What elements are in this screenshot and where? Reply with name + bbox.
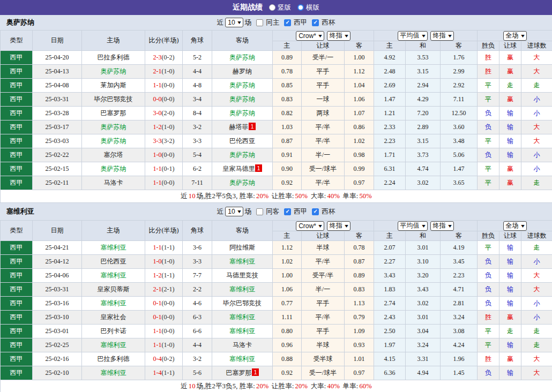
topbar: 近期战绩 竖版 横版 bbox=[0, 0, 552, 15]
result-cell: 胜 bbox=[478, 65, 499, 79]
final-odds-select-2[interactable]: 终指▾ bbox=[430, 221, 454, 231]
final-odds-select-2[interactable]: 终指▾ bbox=[430, 31, 454, 41]
home-team-cell: 巴拉多利德 bbox=[82, 51, 145, 65]
col-type: 类型 bbox=[1, 31, 33, 51]
handicap-result-cell: 走 bbox=[499, 79, 521, 93]
avg-away-cell: 1.47 bbox=[441, 162, 478, 176]
section-filterbar-osasuna: 奥萨苏纳 近 10 ▾ 场 ✓ 同主 ✓ 西甲 ✓ 西杯 bbox=[0, 15, 552, 30]
odds-handicap-cell: 平手 bbox=[302, 79, 345, 93]
odds-handicap-cell: 半/一 bbox=[302, 283, 345, 297]
league-checkbox[interactable]: ✓ bbox=[284, 19, 291, 26]
final-odds-select[interactable]: 终指▾ bbox=[327, 31, 350, 41]
date-cell: 25-04-20 bbox=[33, 51, 82, 65]
table-row: 西甲 25-02-11 马洛卡 1-1(0-0) 7-11 奥萨苏纳 0.92 … bbox=[1, 176, 552, 190]
corner-cell: 3-2 bbox=[183, 352, 212, 366]
page: 近期战绩 竖版 横版 奥萨苏纳 近 10 ▾ 场 ✓ 同主 ✓ 西甲 ✓ 西杯 bbox=[0, 0, 552, 392]
odds-away-cell: 1.00 bbox=[345, 51, 374, 65]
col-date: 日期 bbox=[33, 31, 82, 51]
odds-home-cell: 0.77 bbox=[273, 297, 302, 311]
avg-draw-cell: 3.04 bbox=[406, 325, 441, 338]
away-team-cell: 皇家马德里1 bbox=[212, 162, 273, 176]
score-cell: 2-3(0-2) bbox=[145, 51, 183, 65]
home-team-cell: 巴列卡诺 bbox=[82, 325, 145, 338]
checkmark-icon: ✓ bbox=[285, 209, 289, 214]
avg-draw-cell: 3.73 bbox=[406, 148, 441, 162]
avg-draw-cell: 3.53 bbox=[406, 51, 441, 65]
odds-handicap-cell: 半球 bbox=[302, 338, 345, 352]
score-cell: 1-4(1-1) bbox=[145, 366, 183, 380]
recent-count-select[interactable]: 10 ▾ bbox=[225, 207, 243, 216]
average-select[interactable]: 平均值▾ bbox=[398, 221, 428, 231]
handicap-result-cell: 输 bbox=[499, 297, 521, 311]
col-handicap-result: 让球 bbox=[499, 41, 521, 51]
avg-home-cell: 1.97 bbox=[374, 338, 406, 352]
odds-home-cell: 0.88 bbox=[273, 352, 302, 366]
date-cell: 25-02-16 bbox=[33, 352, 82, 366]
average-group-header: 平均值▾ 终指▾ bbox=[374, 221, 478, 231]
same-venue-checkbox[interactable]: ✓ bbox=[256, 19, 263, 26]
layout-vertical-option[interactable]: 竖版 bbox=[269, 3, 291, 12]
odds-handicap-cell: 平手 bbox=[302, 325, 345, 338]
table-row: 西甲 25-03-10 皇家社会 0-1(0-0) 6-3 塞维利亚 1.11 … bbox=[1, 311, 552, 325]
col-odds-handicap: 让球 bbox=[302, 231, 345, 241]
cup-checkbox[interactable]: ✓ bbox=[312, 208, 319, 215]
avg-draw-cell: 4.74 bbox=[406, 162, 441, 176]
final-odds-select[interactable]: 终指▾ bbox=[327, 221, 350, 231]
date-cell: 25-02-11 bbox=[33, 176, 82, 190]
vertical-radio-label: 竖版 bbox=[278, 3, 291, 12]
cup-checkbox[interactable]: ✓ bbox=[312, 19, 319, 26]
odds-source-select[interactable]: Crow*▾ bbox=[296, 31, 324, 41]
odds-handicap-cell: 两球 bbox=[302, 107, 345, 120]
team-name: 塞维利亚 bbox=[6, 207, 34, 216]
games-label: 场 bbox=[245, 207, 252, 216]
date-cell: 25-02-15 bbox=[33, 162, 82, 176]
score-cell: 1-1(0-0) bbox=[145, 79, 183, 93]
vertical-radio-icon[interactable] bbox=[269, 4, 275, 11]
league-type-cell: 西甲 bbox=[1, 107, 33, 120]
avg-home-cell: 6.31 bbox=[374, 162, 406, 176]
odds-home-cell: 1.00 bbox=[273, 269, 302, 283]
avg-draw-cell: 2.89 bbox=[406, 120, 441, 134]
league-type-cell: 西甲 bbox=[1, 93, 33, 107]
avg-away-cell: 4.24 bbox=[441, 338, 478, 352]
odds-home-cell: 0.92 bbox=[273, 366, 302, 380]
avg-draw-cell: 2.94 bbox=[406, 79, 441, 93]
odds-away-cell: 0.98 bbox=[345, 148, 374, 162]
horizontal-radio-icon[interactable] bbox=[297, 4, 304, 11]
odds-handicap-cell: 受一/球半 bbox=[302, 366, 345, 380]
home-team-cell: 奥萨苏纳 bbox=[82, 162, 145, 176]
league-label: 西甲 bbox=[294, 18, 307, 27]
league-checkbox[interactable]: ✓ bbox=[284, 208, 291, 215]
col-avg-home: 主 bbox=[374, 41, 406, 51]
odds-away-cell: 1.12 bbox=[345, 65, 374, 79]
fullmatch-select[interactable]: 全场▾ bbox=[503, 31, 527, 41]
away-team-cell: 赫罗纳 bbox=[212, 65, 273, 79]
table-row: 西甲 25-03-17 奥萨苏纳 1-2(1-0) 3-2 赫塔菲1 1.03 … bbox=[1, 120, 552, 134]
avg-draw-cell: 4.29 bbox=[406, 93, 441, 107]
chevron-down-icon: ▾ bbox=[422, 33, 426, 39]
odds-away-cell: 0.97 bbox=[345, 176, 374, 190]
same-venue-checkbox[interactable]: ✓ bbox=[256, 208, 263, 215]
recent-count-select[interactable]: 10 ▾ bbox=[225, 18, 243, 27]
odds-home-cell: 0.85 bbox=[273, 79, 302, 93]
layout-horizontal-option[interactable]: 横版 bbox=[297, 3, 319, 12]
red-card-badge: 1 bbox=[252, 368, 258, 376]
handicap-result-cell: 赢 bbox=[499, 176, 521, 190]
odds-handicap-cell: 平/半 bbox=[302, 134, 345, 148]
result-cell: 平 bbox=[478, 79, 499, 93]
col-avg-draw: 和 bbox=[406, 231, 441, 241]
average-select[interactable]: 平均值▾ bbox=[398, 31, 428, 41]
table-row: 西甲 25-04-20 巴拉多利德 2-3(0-2) 5-2 奥萨苏纳 0.89… bbox=[1, 51, 552, 65]
result-cell: 负 bbox=[478, 366, 499, 380]
odds-handicap-cell: 受平/半 bbox=[302, 269, 345, 283]
handicap-result-cell: 赢 bbox=[499, 162, 521, 176]
corner-cell: 7-11 bbox=[183, 176, 212, 190]
odds-source-select[interactable]: Crow*▾ bbox=[296, 221, 324, 231]
away-team-cell: 毕尔巴鄂竞技 bbox=[212, 297, 273, 311]
fullmatch-select[interactable]: 全场▾ bbox=[503, 221, 527, 231]
league-type-cell: 西甲 bbox=[1, 255, 33, 269]
home-team-cell: 莱加内斯 bbox=[82, 79, 145, 93]
league-type-cell: 西甲 bbox=[1, 79, 33, 93]
date-cell: 25-03-10 bbox=[33, 311, 82, 325]
odds-home-cell: 1.12 bbox=[273, 241, 302, 255]
